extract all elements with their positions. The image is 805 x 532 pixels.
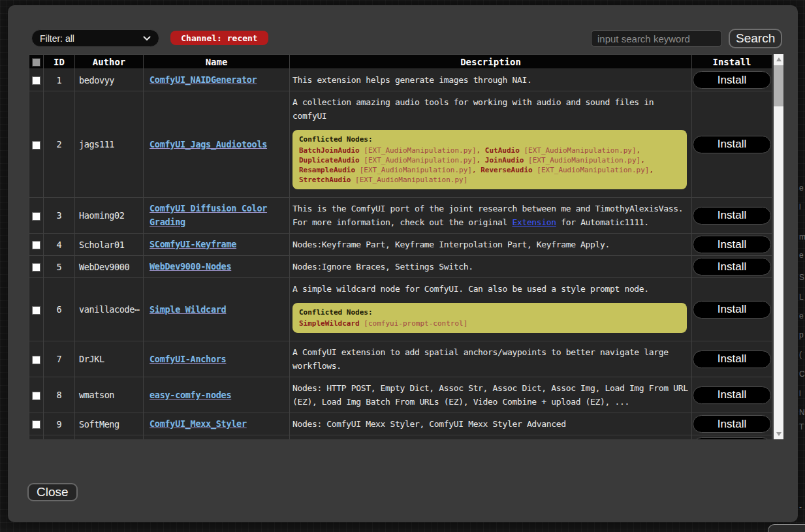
row-id: 10: [44, 435, 75, 440]
table-row: 6vanillacode⋯Simple WildcardA simple wil…: [29, 278, 772, 341]
row-id: 4: [44, 234, 75, 256]
conflict-node-file: [EXT_AudioManipulation.py]: [520, 146, 637, 155]
background-text-fragment: T: [799, 422, 804, 431]
filter-dropdown[interactable]: Filter: all: [31, 29, 159, 47]
scroll-up-icon[interactable]: [774, 55, 783, 64]
extension-name-link[interactable]: ComfyUI_NAIDGenerator: [150, 74, 257, 85]
row-checkbox[interactable]: [32, 76, 40, 85]
search-button[interactable]: Search: [729, 29, 782, 48]
background-text-fragment: S: [799, 273, 804, 282]
filter-dropdown-value: Filter: all: [40, 33, 74, 44]
row-id: 6: [44, 278, 75, 341]
background-text-fragment: L: [799, 292, 804, 302]
conflict-title: Conflicted Nodes:: [299, 307, 680, 317]
channel-badge-label: Channel: recent: [181, 33, 257, 43]
background-text-fragment: N: [799, 408, 805, 417]
install-button[interactable]: Install: [693, 258, 771, 275]
select-all-checkbox[interactable]: [32, 58, 40, 67]
background-text-fragment: l: [799, 202, 801, 211]
row-author: WebDev9000: [75, 256, 144, 278]
scrollbar-thumb[interactable]: [774, 65, 783, 106]
description-link[interactable]: Extension: [512, 217, 556, 227]
table-row: 3Haoming02ComfyUI Diffusion Color Gradin…: [29, 198, 772, 234]
description-text: A ComfyUI extension to add spatial ancho…: [292, 347, 669, 371]
extensions-table: ID Author Name Description Install 1bedo…: [29, 54, 772, 439]
install-button[interactable]: Install: [693, 136, 771, 153]
extension-name-link[interactable]: ComfyUI_Jags_Audiotools: [150, 139, 267, 149]
chevron-down-icon: [143, 36, 151, 41]
background-text-fragment: m: [799, 232, 805, 242]
row-checkbox[interactable]: [32, 306, 40, 315]
table-row: 8wmatsoneasy-comfy-nodesNodes: HTTP POST…: [29, 377, 772, 413]
row-id: 5: [44, 256, 75, 278]
table-row: 1bedovyyComfyUI_NAIDGeneratorThis extens…: [29, 69, 772, 91]
row-checkbox[interactable]: [32, 356, 40, 364]
row-id: 3: [44, 198, 75, 234]
background-text-fragment: C: [799, 369, 805, 379]
row-checkbox[interactable]: [32, 420, 40, 429]
conflict-warning: Conflicted Nodes:SimpleWildcard [comfyui…: [292, 303, 687, 333]
row-author: wmatson: [75, 377, 144, 413]
table-row: 5WebDev9000WebDev9000-NodesNodes:Ignore …: [29, 256, 772, 278]
search-input[interactable]: [591, 30, 722, 47]
extension-name-link[interactable]: easy-comfy-nodes: [150, 390, 231, 400]
close-button[interactable]: Close: [27, 483, 78, 501]
conflict-node-file: [EXT_AudioManipulation.py]: [360, 146, 477, 155]
row-checkbox[interactable]: [32, 392, 40, 400]
conflict-node-file: [EXT_AudioManipulation.py]: [360, 156, 477, 164]
conflict-list: SimpleWildcard [comfyui-prompt-control]: [299, 319, 680, 328]
conflict-node-file: [EXT_AudioManipulation.py]: [533, 166, 650, 174]
install-button[interactable]: Install: [693, 71, 771, 89]
install-button[interactable]: Install: [693, 301, 771, 319]
background-partial-button[interactable]: [768, 524, 805, 532]
background-text-fragment: l: [799, 389, 801, 398]
row-id: 2: [44, 91, 75, 198]
conflict-node-file: [EXT_AudioManipulation.py]: [524, 156, 640, 164]
extension-name-link[interactable]: Simple Wildcard: [150, 304, 226, 315]
row-checkbox[interactable]: [32, 263, 40, 272]
table-row: 10zcfrank1stComfyUI Yolov8Nodes: Yolov8D…: [29, 435, 772, 440]
table-scrollbar[interactable]: [774, 54, 783, 439]
channel-badge[interactable]: Channel: recent: [170, 31, 268, 45]
row-author: zcfrank1st: [75, 435, 144, 440]
description-text: Nodes:Keyframe Part, Keyframe Interpolat…: [292, 240, 610, 249]
description-text: Nodes:Ignore Braces, Settings Switch.: [292, 262, 473, 272]
extension-name-link[interactable]: SComfyUI-Keyframe: [150, 239, 236, 249]
extension-name-link[interactable]: WebDev9000-Nodes: [150, 261, 231, 272]
table-header-row: ID Author Name Description Install: [29, 55, 772, 69]
background-text-fragment: p: [799, 330, 804, 339]
conflict-node-file: [comfyui-prompt-control]: [360, 319, 468, 328]
row-author: jags111: [75, 91, 144, 198]
row-checkbox[interactable]: [32, 212, 40, 221]
col-header-description: Description: [290, 55, 692, 69]
row-checkbox[interactable]: [32, 241, 40, 249]
background-text-fragment: e: [799, 251, 804, 260]
extension-name-link[interactable]: ComfyUI Diffusion Color Grading: [150, 203, 267, 227]
install-button[interactable]: Install: [693, 415, 771, 433]
description-text: A collection amazing audio tools for wor…: [292, 97, 654, 121]
conflict-node-file: [EXT_AudioManipulation.py]: [355, 166, 472, 174]
row-author: SoftMeng: [75, 413, 144, 435]
install-button[interactable]: Install: [693, 386, 771, 404]
extension-name-link[interactable]: ComfyUI_Mexx_Styler: [150, 418, 247, 429]
conflict-warning: Conflicted Nodes:BatchJoinAudio [EXT_Aud…: [292, 130, 687, 189]
install-button[interactable]: Install: [693, 207, 771, 225]
description-text: Nodes: HTTP POST, Empty Dict, Assoc Str,…: [292, 383, 688, 407]
scroll-down-icon[interactable]: [774, 430, 783, 439]
row-id: 8: [44, 377, 75, 413]
conflict-node-name: JoinAudio: [485, 156, 524, 164]
description-text: Nodes: ComfyUI Mexx Styler, ComfyUI Mexx…: [292, 419, 566, 429]
background-text-fragment: (: [799, 350, 802, 359]
row-checkbox[interactable]: [32, 141, 40, 149]
table-row: 4Scholar01SComfyUI-KeyframeNodes:Keyfram…: [29, 234, 772, 256]
install-button[interactable]: Install: [693, 437, 771, 439]
row-author: vanillacode⋯: [75, 278, 144, 341]
background-text-fragment: e: [799, 311, 804, 321]
install-button[interactable]: Install: [693, 236, 771, 253]
extension-name-link[interactable]: ComfyUI-Anchors: [150, 354, 226, 364]
conflict-node-name: ResampleAudio: [299, 166, 355, 174]
conflict-node-name: StretchAudio: [299, 176, 351, 184]
description-text: for Automatic1111.: [556, 217, 649, 227]
install-button[interactable]: Install: [693, 351, 771, 368]
conflict-node-name: BatchJoinAudio: [299, 146, 360, 155]
